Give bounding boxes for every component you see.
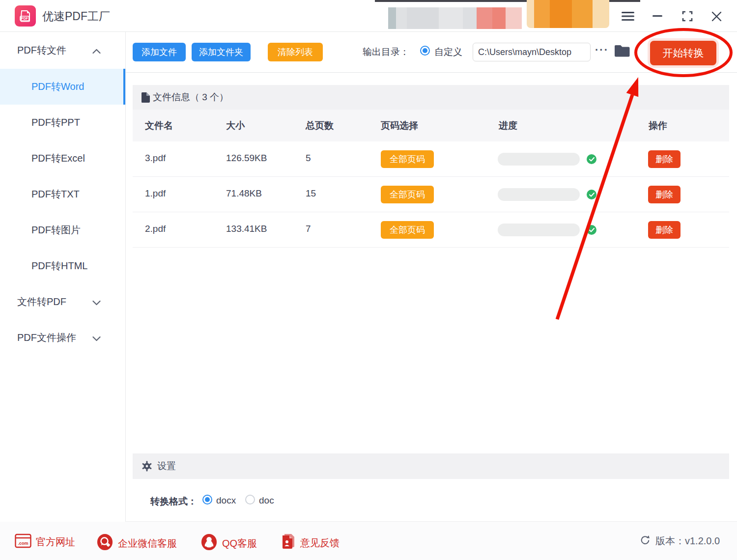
col-header-progress: 进度 <box>499 119 517 132</box>
file-name: 1.pdf <box>145 188 166 199</box>
file-size: 133.41KB <box>226 224 267 234</box>
delete-button[interactable]: 删除 <box>648 221 680 239</box>
sidebar: PDF转文件 PDF转Word PDF转PPT PDF转Excel PDF转TX… <box>0 32 126 522</box>
file-name: 2.pdf <box>145 224 166 234</box>
sidebar-item-pdf-to-word[interactable]: PDF转Word <box>0 69 125 105</box>
qq-icon <box>200 533 218 553</box>
settings-title: 设置 <box>157 460 176 473</box>
page-select-button[interactable]: 全部页码 <box>381 150 434 168</box>
gear-icon <box>142 461 152 472</box>
close-icon[interactable] <box>709 9 724 24</box>
delete-button[interactable]: 删除 <box>648 150 680 168</box>
table-row: 2.pdf 133.41KB 7 全部页码 删除 <box>133 212 729 248</box>
menu-icon[interactable] <box>621 9 635 24</box>
feedback-doc-icon <box>281 533 296 552</box>
version-info: 版本：v1.2.0.0 <box>640 534 720 548</box>
app-logo-icon: PDF <box>15 5 36 27</box>
feedback-link[interactable]: 意见反馈 <box>281 533 340 552</box>
open-folder-icon[interactable] <box>615 44 630 59</box>
table-header: 文件名 大小 总页数 页码选择 进度 操作 <box>133 110 729 141</box>
minimize-icon[interactable] <box>650 9 665 24</box>
col-header-size: 大小 <box>226 119 245 132</box>
delete-button[interactable]: 删除 <box>648 186 680 203</box>
format-docx-label: docx <box>216 495 236 506</box>
file-size: 126.59KB <box>226 153 267 164</box>
settings-band: 设置 <box>133 453 729 479</box>
file-name: 3.pdf <box>145 153 166 164</box>
sidebar-item-pdf-to-excel[interactable]: PDF转Excel <box>0 140 125 176</box>
file-pages: 5 <box>306 153 311 164</box>
format-docx-radio[interactable] <box>202 495 212 504</box>
complete-check-icon <box>587 190 596 199</box>
blurred-content-orange <box>527 0 609 28</box>
footer: .com 官方网址 企业微信客服 <box>0 521 737 560</box>
file-size: 71.48KB <box>226 188 262 199</box>
sidebar-section-pdf-file-ops[interactable]: PDF文件操作 <box>0 320 125 356</box>
qq-service-link[interactable]: QQ客服 <box>200 533 257 553</box>
app-window: PDF 优速PDF工厂 PDF转文件 PDF转Word <box>0 0 737 560</box>
official-site-link[interactable]: .com 官方网址 <box>15 533 75 551</box>
col-header-page-select: 页码选择 <box>381 119 418 132</box>
format-doc-label: doc <box>259 495 274 506</box>
svg-text:.com: .com <box>18 541 28 546</box>
blurred-content-gray <box>388 7 522 29</box>
output-dir-label: 输出目录： <box>363 46 409 58</box>
start-convert-button[interactable]: 开始转换 <box>650 41 716 65</box>
add-folder-button[interactable]: 添加文件夹 <box>192 43 251 61</box>
add-file-button[interactable]: 添加文件 <box>133 43 186 61</box>
sidebar-section-pdf-to-file[interactable]: PDF转文件 <box>0 32 125 69</box>
file-info-title: 文件信息（ 3 个） <box>153 91 228 104</box>
progress-bar <box>498 153 580 166</box>
page-select-button[interactable]: 全部页码 <box>381 221 434 239</box>
app-title: 优速PDF工厂 <box>42 9 110 24</box>
chevron-down-icon <box>92 332 101 343</box>
sidebar-item-pdf-to-image[interactable]: PDF转图片 <box>0 212 125 248</box>
format-label: 转换格式： <box>150 495 197 508</box>
progress-bar <box>498 188 580 201</box>
progress-bar <box>498 224 580 236</box>
maximize-icon[interactable] <box>680 9 695 24</box>
toolbar: 添加文件 添加文件夹 清除列表 输出目录： 自定义 ··· 开始转换 <box>126 32 737 73</box>
complete-check-icon <box>587 225 596 235</box>
browse-more-button[interactable]: ··· <box>595 44 609 56</box>
chevron-up-icon <box>92 45 101 56</box>
sidebar-section-label: 文件转PDF <box>17 295 66 308</box>
title-bar: PDF 优速PDF工厂 <box>0 0 737 32</box>
table-row: 3.pdf 126.59KB 5 全部页码 删除 <box>133 141 729 177</box>
file-info-band: 文件信息（ 3 个） <box>133 85 729 110</box>
sidebar-item-pdf-to-txt[interactable]: PDF转TXT <box>0 176 125 212</box>
chevron-down-icon <box>92 296 101 308</box>
output-path-input[interactable] <box>473 43 591 61</box>
wechat-service-link[interactable]: 企业微信客服 <box>96 533 177 553</box>
file-pages: 7 <box>306 224 311 234</box>
format-row: 转换格式： docx doc <box>133 489 729 513</box>
sidebar-item-pdf-to-html[interactable]: PDF转HTML <box>0 248 125 284</box>
sidebar-item-pdf-to-ppt[interactable]: PDF转PPT <box>0 105 125 140</box>
clear-list-button[interactable]: 清除列表 <box>268 43 323 61</box>
custom-output-radio[interactable] <box>420 46 430 56</box>
document-icon <box>142 92 150 103</box>
col-header-pages: 总页数 <box>306 119 334 132</box>
file-pages: 15 <box>306 188 316 199</box>
version-text: 版本：v1.2.0.0 <box>655 534 720 548</box>
col-header-action: 操作 <box>649 119 667 132</box>
format-doc-radio[interactable] <box>245 495 255 504</box>
website-icon: .com <box>15 533 31 551</box>
sidebar-section-label: PDF文件操作 <box>17 331 76 344</box>
complete-check-icon <box>587 154 596 164</box>
sidebar-section-file-to-pdf[interactable]: 文件转PDF <box>0 284 125 320</box>
sidebar-section-label: PDF转文件 <box>17 44 66 57</box>
table-row: 1.pdf 71.48KB 15 全部页码 删除 <box>133 177 729 212</box>
custom-output-label: 自定义 <box>434 46 462 58</box>
update-refresh-icon[interactable] <box>640 534 651 548</box>
svg-text:PDF: PDF <box>21 17 28 20</box>
wechat-icon <box>96 533 113 553</box>
page-select-button[interactable]: 全部页码 <box>381 186 434 203</box>
col-header-name: 文件名 <box>145 119 173 132</box>
